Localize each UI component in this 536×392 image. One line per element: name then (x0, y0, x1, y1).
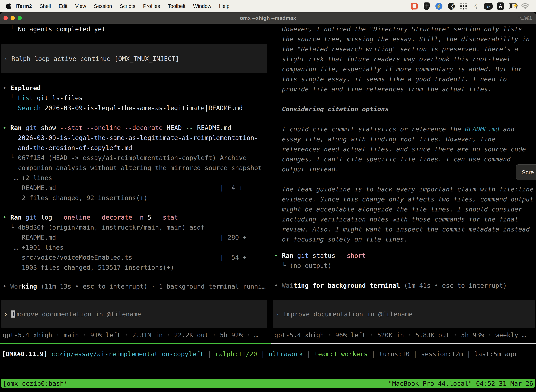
menu-item-help[interactable]: Help (215, 3, 233, 9)
terminal-line: └ 067f154 (HEAD -> essay/ai-reimplementa… (3, 153, 247, 163)
text-segment: and-the-erosion-of-copyleft.md (3, 144, 132, 151)
apple-menu-icon[interactable] (6, 3, 12, 9)
menu-item-toolbelt[interactable]: Toolbelt (164, 3, 189, 9)
screen-share-chip[interactable]: Scre (516, 164, 536, 180)
terminal-line: gpt-5.4 xhigh · 96% left · 520K in · 5.8… (274, 330, 526, 340)
badge-61-icon[interactable]: ..61 (484, 2, 492, 10)
menu-item-shell[interactable]: Shell (36, 3, 55, 9)
text-segment: references need actual files, and since … (274, 146, 526, 153)
terminal-line: this single essay, it seems like a good … (274, 74, 507, 84)
tmux-pane-right[interactable]: › Improve documentation in @filename How… (272, 24, 536, 344)
shield-grid-icon[interactable] (423, 2, 431, 10)
text-segment: Wor (10, 283, 22, 290)
close-button[interactable] (4, 16, 8, 20)
terminal-line: gpt-5.4 xhigh · main · 91% left · 2.31M … (3, 330, 258, 340)
text-segment: I could cite commit statistics or refere… (274, 126, 465, 133)
terminal-line: changes, I can't cite specific file line… (274, 154, 511, 164)
text-segment: … +1901 lines (3, 244, 64, 251)
text-segment: README.md (193, 124, 231, 131)
text-segment: ralph:11/20 (215, 350, 257, 358)
blue-bolt-badge-icon[interactable]: ⚡ (435, 2, 443, 10)
menu-item-profiles[interactable]: Profiles (139, 3, 164, 9)
window-title-bar[interactable]: omx --xhigh --madmax ⌥⌘1 (0, 12, 536, 24)
text-segment: review. Also, I might want to inspect th… (274, 226, 530, 233)
text-segment: cczip/essay/ai-reimplementation-copyleft (51, 350, 204, 358)
text-segment: -- (186, 124, 193, 131)
terminal-line: README.md | 280 + (3, 232, 247, 242)
terminal-line: • Working (11m 13s • esc to interrupt) ·… (3, 281, 266, 291)
zoom-button[interactable] (18, 16, 22, 20)
left-prompt-input[interactable]: › Improve documentation in @filename (1, 300, 267, 328)
s-curve-icon[interactable]: § (472, 2, 480, 10)
wifi-icon[interactable] (521, 2, 529, 10)
text-segment: mprove documentation in @filename (15, 310, 141, 317)
tmux-status-bar: [omx-cczip0:bash* "MacBook-Pro-44.local"… (1, 379, 535, 388)
menu-item-scripts[interactable]: Scripts (116, 3, 139, 9)
text-segment: changes, I can't cite specific file line… (274, 156, 511, 163)
terminal-line: • Ran git show --stat --oneline --decora… (3, 123, 231, 133)
text-segment: … +2 lines (3, 174, 52, 182)
terminal-line: Search 2026-03-09-is-legal-the-same-as-l… (3, 103, 243, 113)
text-segment: essay file, along with finding root file… (274, 135, 495, 143)
terminal-line: • Waiting for background terminal (1m 41… (274, 280, 507, 290)
text-segment: Ran (10, 124, 22, 131)
text-segment: └ (3, 154, 18, 161)
terminal-line: might be acceptable alongside the file l… (274, 204, 522, 214)
text-segment: evidence. Since this change only affects… (274, 196, 534, 203)
terminal-line: Considering citation options (274, 104, 389, 114)
text-segment: | (257, 350, 268, 358)
terminal-line: review. Also, I might want to inspect th… (274, 224, 530, 234)
text-segment: (1m 41s • esc to interrupt) (400, 282, 507, 289)
text-segment: and (499, 126, 515, 133)
desktop: { "menu_bar": { "items": [ {"label": "iT… (0, 0, 536, 392)
terminal-line: companion analysis without altering the … (3, 163, 262, 173)
text-segment (22, 124, 25, 131)
terminal-line: The team guideline is to back every impo… (274, 184, 534, 194)
terminal-line: essay file, along with finding root file… (274, 134, 495, 144)
text-segment: --stat --oneline --decorate (60, 124, 163, 131)
dots-grid-icon[interactable] (460, 2, 467, 10)
text-segment: └ (3, 25, 18, 33)
text-segment: provide file and line references from th… (274, 85, 492, 93)
battery-icon[interactable]: ⚡ (509, 2, 517, 10)
terminal-line: • Explored (3, 83, 41, 93)
text-segment: show (37, 124, 60, 131)
text-segment: › (4, 310, 11, 317)
menu-item-iterm2[interactable]: iTerm2 (12, 3, 36, 9)
text-segment: README.md (465, 126, 499, 133)
pane-divider[interactable] (271, 24, 271, 344)
terminal-line: README.md | 4 + (3, 183, 243, 193)
text-segment: | (410, 350, 421, 358)
right-prompt-input[interactable]: › Improve documentation in @filename (273, 300, 535, 328)
terminal-line: 1903 files changed, 513517 insertions(+) (3, 262, 174, 272)
terminal-line: 2026-03-09-is-legal-the-same-as-legitima… (3, 133, 258, 143)
text-segment: 067f154 (HEAD -> essay/ai-reimplementati… (18, 154, 247, 161)
text-segment: ting for background terminal (293, 282, 400, 289)
a-badge-icon[interactable]: A (497, 2, 504, 10)
menu-item-window[interactable]: Window (189, 3, 215, 9)
menu-item-session[interactable]: Session (90, 3, 116, 9)
text-segment: | (368, 350, 379, 358)
text-segment: Improve documentation in @filename (283, 310, 412, 317)
text-segment: Wai (282, 282, 293, 289)
minimize-button[interactable] (10, 16, 15, 20)
menu-item-view[interactable]: View (71, 3, 90, 9)
text-segment: (no output) (290, 262, 331, 269)
text-segment: companion file, especially if more comme… (274, 65, 522, 73)
text-segment: gpt-5.4 xhigh · 96% left · 520K in · 5.8… (274, 331, 526, 339)
pac-circle-icon[interactable] (447, 2, 455, 10)
text-segment: Considering citation options (274, 105, 389, 112)
text-segment: git (297, 252, 309, 259)
text-segment (182, 124, 186, 131)
text-segment: [OMX#0.11.9] (2, 350, 48, 358)
terminal-line: evidence. Since this change only affects… (274, 194, 534, 204)
tmux-pane-left[interactable]: › Ralph loop active continue [OMX_TMUX_I… (0, 24, 271, 344)
text-segment: 2026-03-09-is-legal-the-same-as-legitima… (41, 104, 243, 112)
menu-item-edit[interactable]: Edit (55, 3, 71, 9)
terminal-line: └ 4b9d30f (origin/main, instructkr/main,… (3, 222, 205, 232)
text-segment: of focusing solely on file lines. (274, 236, 408, 243)
record-icon[interactable] (411, 2, 418, 10)
traffic-lights (4, 12, 22, 24)
terminal-line: including verification notes with those … (274, 214, 518, 224)
text-segment: log (37, 214, 56, 221)
